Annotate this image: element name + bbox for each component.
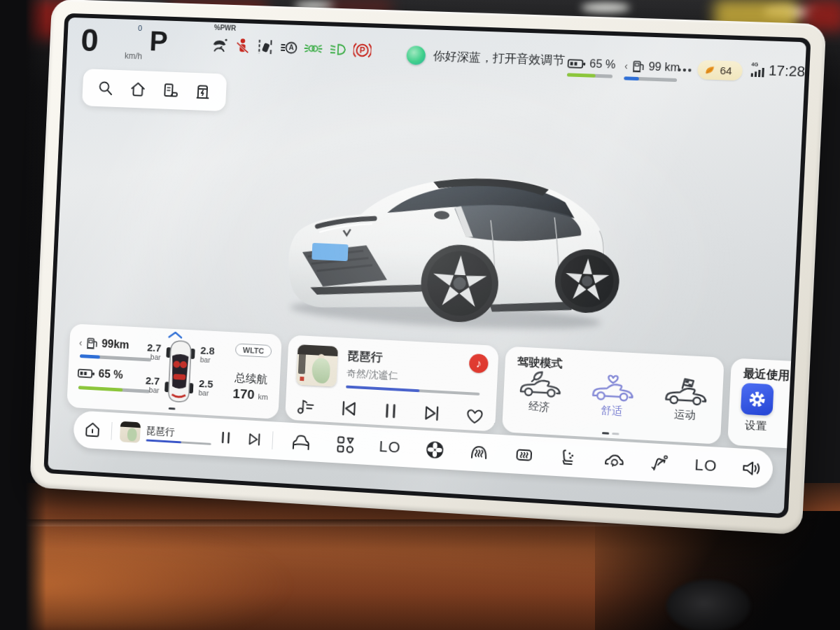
home-icon <box>83 420 102 440</box>
pause-icon[interactable] <box>382 401 399 420</box>
fuel-pump-icon <box>85 336 99 351</box>
eco-leaf-car-icon <box>516 368 564 400</box>
dock-airflow-button[interactable] <box>636 451 682 474</box>
sport-flag-car-icon <box>662 376 710 408</box>
status-more-dots[interactable]: ••• <box>677 64 693 76</box>
voice-assistant-orb <box>406 46 426 65</box>
volume-icon <box>741 458 762 478</box>
card-battery-text: 65 % <box>98 368 123 382</box>
search-icon[interactable] <box>97 79 115 97</box>
tire-rl-value: 2.7 <box>145 374 160 387</box>
signal-indicator: 4G <box>751 62 766 77</box>
dock-home-button[interactable] <box>74 419 111 441</box>
range-bar <box>624 76 677 82</box>
power-label: %PWR <box>214 24 237 32</box>
signal-bars-icon <box>751 66 766 77</box>
vehicle-3d-render[interactable] <box>279 147 630 344</box>
dock-seat-vent-button[interactable] <box>546 447 592 469</box>
voice-assistant-text: 你好深蓝，打开音效调节 <box>433 48 565 69</box>
dock-recirculation-button[interactable] <box>591 450 637 471</box>
airflow-icon <box>649 452 670 473</box>
mode-sport[interactable]: 运动 <box>661 376 710 424</box>
dock-apps-button[interactable] <box>323 433 368 455</box>
dock-front-defrost-button[interactable] <box>456 441 502 463</box>
quick-nav-bar <box>82 69 227 111</box>
playlist-icon[interactable] <box>296 397 316 416</box>
music-player-card[interactable]: 琵琶行 奇然/沈谧仁 ♪ <box>285 335 499 431</box>
app-settings[interactable]: 设置 <box>740 383 774 434</box>
card-range-text: 99km <box>102 337 130 351</box>
album-art[interactable] <box>296 344 338 387</box>
previous-track-icon[interactable] <box>340 399 358 418</box>
parking-brake-icon: P <box>353 41 372 59</box>
total-range-unit: km <box>258 393 268 402</box>
eco-points-pill[interactable]: 64 <box>697 60 743 81</box>
settings-gear-icon <box>741 383 774 416</box>
infotainment-tablet: 0 km/h 0 P %PWR <box>29 0 826 535</box>
speed-unit: km/h <box>125 51 143 62</box>
mini-album-art <box>119 421 140 443</box>
dock-mini-player[interactable]: 琵琶行 <box>119 421 211 447</box>
dock-vehicle-button[interactable] <box>278 432 324 453</box>
clock: 17:28 <box>768 62 805 80</box>
mode-comfort[interactable]: 舒适 <box>588 372 637 419</box>
next-track-icon <box>246 431 262 447</box>
mode-comfort-label: 舒适 <box>601 404 622 419</box>
front-defrost-icon <box>469 442 489 463</box>
status-range[interactable]: ‹ 99 km <box>624 59 680 82</box>
voice-assistant-bubble[interactable]: 你好深蓝，打开音效调节 <box>406 46 565 70</box>
dock-fan-button[interactable] <box>412 439 458 461</box>
dock-next-button[interactable] <box>241 431 269 448</box>
song-title: 琵琶行 <box>347 348 384 366</box>
screen-rim: 0 km/h 0 P %PWR <box>43 13 811 519</box>
battery-icon <box>78 367 96 379</box>
card-page-indicator <box>602 432 620 435</box>
total-range-label: 总续航 <box>234 371 268 387</box>
tire-unit: bar <box>198 388 213 398</box>
recirculation-icon <box>603 451 625 470</box>
fan-icon <box>425 440 445 461</box>
status-battery[interactable]: 65 % <box>567 57 616 78</box>
tire-unit: bar <box>200 355 214 365</box>
card-page-indicator <box>169 407 176 410</box>
acc-cruise-icon <box>210 36 228 54</box>
car-front-icon <box>290 433 312 451</box>
mode-eco[interactable]: 经济 <box>515 368 564 415</box>
auto-headlight-icon: A <box>279 39 298 57</box>
power-value: 0 <box>138 24 142 32</box>
range-chevron: ‹ <box>624 60 629 71</box>
tire-unit: bar <box>137 352 160 363</box>
comfort-heart-car-icon <box>589 372 637 404</box>
telltale-row: A <box>210 36 372 59</box>
next-track-icon[interactable] <box>422 404 441 423</box>
range-text: 99 km <box>648 60 680 74</box>
console-knob <box>666 580 750 630</box>
seatbelt-warning-icon <box>234 38 251 55</box>
song-artist: 奇然/沈谧仁 <box>346 368 398 383</box>
song-progress-bar[interactable] <box>346 386 479 396</box>
tire-pressure-car-icon <box>162 337 197 405</box>
dock-volume-button[interactable] <box>729 458 774 479</box>
energy-card-icon[interactable] <box>161 81 179 100</box>
drive-mode-card: 驾驶模式 经济 <box>502 346 724 444</box>
eco-points-value: 64 <box>720 64 732 77</box>
favorite-heart-icon[interactable] <box>465 406 484 425</box>
low-beam-icon <box>329 41 348 58</box>
svg-text:A: A <box>288 44 294 52</box>
home-icon[interactable] <box>129 80 147 99</box>
charging-pile-icon[interactable] <box>194 83 212 102</box>
dock-temp-left[interactable]: LO <box>367 437 413 458</box>
range-chevron: ‹ <box>79 337 83 349</box>
position-lamp-icon <box>303 40 323 57</box>
battery-bar <box>567 73 612 78</box>
dock-pause-button[interactable] <box>211 429 241 446</box>
leaf-icon <box>703 64 715 76</box>
dock-rear-defrost-button[interactable] <box>501 444 547 466</box>
rear-defrost-icon <box>514 444 535 465</box>
recent-title: 最近使用 <box>743 366 790 384</box>
wltc-badge: WLTC <box>235 343 272 358</box>
vehicle-status-card[interactable]: ‹ 99km <box>66 323 282 419</box>
lane-assist-icon <box>257 38 274 56</box>
dock-temp-right[interactable]: LO <box>682 455 730 476</box>
netease-music-icon[interactable]: ♪ <box>469 354 489 373</box>
